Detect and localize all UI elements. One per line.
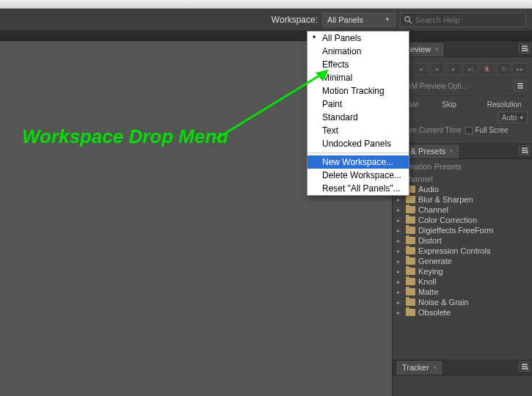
folder-icon xyxy=(406,309,415,316)
folder-icon xyxy=(406,298,415,306)
next-frame-button[interactable]: ▸ xyxy=(447,63,462,75)
search-help-input[interactable] xyxy=(415,15,522,24)
workspace-menu-action[interactable]: Reset "All Panels"... xyxy=(307,182,409,195)
preset-folder[interactable]: ▸Audio xyxy=(396,184,532,194)
close-icon[interactable]: × xyxy=(433,364,437,371)
mute-button[interactable]: 🔇 xyxy=(480,63,495,75)
preset-folder-label: Keying xyxy=(418,267,443,276)
preset-folder[interactable]: ▸Knoll xyxy=(396,276,532,287)
annotation-text: Workspace Drop Menu xyxy=(22,125,228,148)
folder-icon xyxy=(406,227,415,234)
tracker-tab-label: Tracker xyxy=(402,363,429,372)
preview-labels-row: e Rate Skip Resolution xyxy=(393,99,532,110)
preset-folder[interactable]: ▸Generate xyxy=(396,256,532,266)
effects-presets-panel-body: ▾ nimation Presets ▸ Channel ▸Audio▸Blur… xyxy=(393,159,532,359)
panel-menu-button[interactable] xyxy=(519,362,531,372)
resolution-label: Resolution xyxy=(487,100,528,109)
preset-folder-label: Noise & Grain xyxy=(418,298,468,307)
folder-icon xyxy=(406,196,415,203)
tracker-tab[interactable]: Tracker × xyxy=(396,360,443,375)
disclosure-triangle-icon: ▸ xyxy=(397,217,403,224)
disclosure-triangle-icon: ▸ xyxy=(397,248,403,254)
preset-folder-label: Audio xyxy=(418,185,439,194)
animation-presets-root[interactable]: ▾ nimation Presets xyxy=(393,159,532,174)
secondary-bar xyxy=(0,31,532,41)
ram-preview-options-row: +RAM Preview Opti… xyxy=(393,79,532,92)
transport-controls: |◂ ◂ ▸ ▸ ▸| 🔇 ↻ ▸▸ xyxy=(393,62,532,79)
preset-folder-label: Blur & Sharpen xyxy=(418,195,473,204)
play-button[interactable]: ▸ xyxy=(430,63,445,75)
preview-panel-header: Preview × xyxy=(393,41,532,57)
workspace-menu-item[interactable]: Animation xyxy=(307,45,409,58)
preset-folder[interactable]: ▸Channel xyxy=(396,205,532,215)
disclosure-triangle-icon: ▸ xyxy=(397,227,403,234)
top-toolbar: Workspace: All Panels ▼ xyxy=(0,9,532,31)
search-help-field[interactable] xyxy=(400,12,526,27)
workspace-menu-item[interactable]: Standard xyxy=(307,111,409,124)
preset-folder[interactable]: ▸Color Correction xyxy=(396,215,532,225)
preset-folder[interactable]: ▸Distort xyxy=(396,235,532,246)
preset-folder[interactable]: ▸ Channel xyxy=(393,174,532,184)
prev-frame-button[interactable]: ◂ xyxy=(414,63,429,75)
disclosure-triangle-icon: ▸ xyxy=(397,238,403,244)
preset-folder[interactable]: ▸Matte xyxy=(396,287,532,297)
preset-folder[interactable]: ▸Digieffects FreeForm xyxy=(396,225,532,235)
right-panel-column: Preview × |◂ ◂ ▸ ▸ ▸| 🔇 ↻ ▸▸ +RAM Previe… xyxy=(393,41,532,396)
disclosure-triangle-icon: ▸ xyxy=(397,309,403,316)
workspace-menu-item[interactable]: All Panels xyxy=(307,32,409,45)
folder-icon xyxy=(406,216,415,224)
close-icon[interactable]: × xyxy=(434,45,438,53)
close-icon[interactable]: × xyxy=(449,147,453,155)
preset-folder[interactable]: ▸Obsolete xyxy=(396,307,532,318)
full-screen-check[interactable]: Full Scree xyxy=(465,126,508,134)
resolution-dropdown[interactable]: Auto ▼ xyxy=(498,111,528,123)
preset-folder-label: Digieffects FreeForm xyxy=(418,226,494,235)
preset-folder-label: Generate xyxy=(418,257,452,265)
chevron-down-icon: ▼ xyxy=(385,16,390,23)
preview-checks-row: om Current Time Full Scree xyxy=(393,125,532,136)
disclosure-triangle-icon: ▸ xyxy=(397,289,403,296)
loop-button[interactable]: ↻ xyxy=(497,63,511,75)
workspace-dropdown[interactable]: All Panels ▼ xyxy=(322,12,396,27)
workspace-dropdown-menu: All PanelsAnimationEffectsMinimalMotion … xyxy=(307,31,409,196)
workspace-menu-item[interactable]: Effects xyxy=(307,58,409,71)
preset-folder-label: Expression Controls xyxy=(418,246,490,255)
disclosure-triangle-icon: ▸ xyxy=(397,279,403,285)
search-icon xyxy=(404,15,412,24)
workspace-selected-value: All Panels xyxy=(327,15,363,24)
panel-menu-button[interactable] xyxy=(519,145,531,155)
workspace-menu-item[interactable]: Motion Tracking xyxy=(307,84,409,98)
workspace-menu-item[interactable]: Paint xyxy=(307,98,409,111)
preset-folder[interactable]: ▸Blur & Sharpen xyxy=(396,194,532,205)
go-to-end-button[interactable]: ▸| xyxy=(464,63,478,75)
workspace-menu-item[interactable]: Minimal xyxy=(307,71,409,84)
menu-separator xyxy=(307,153,409,153)
effects-presets-panel-header: ts & Presets × xyxy=(393,143,532,159)
disclosure-triangle-icon: ▸ xyxy=(397,258,403,265)
preset-folder-label: Matte xyxy=(418,287,439,296)
preset-folder-label: Color Correction xyxy=(418,216,477,224)
annotation-overlay: Workspace Drop Menu xyxy=(22,125,228,148)
svg-line-1 xyxy=(409,21,412,23)
preset-folder[interactable]: ▸Keying xyxy=(396,266,532,276)
folder-icon xyxy=(406,278,415,285)
workspace-menu-item[interactable]: Undocked Panels xyxy=(307,137,409,150)
folder-icon xyxy=(406,268,415,275)
window-titlebar xyxy=(0,0,532,9)
folder-icon xyxy=(406,237,415,244)
preset-folder-label: Channel xyxy=(418,205,448,214)
ram-options-menu-button[interactable] xyxy=(514,81,526,91)
svg-point-0 xyxy=(405,16,410,21)
preset-folder-label: Obsolete xyxy=(418,308,451,317)
disclosure-triangle-icon: ▸ xyxy=(397,207,403,213)
folder-icon xyxy=(406,206,415,213)
workspace-menu-item[interactable]: Text xyxy=(307,124,409,137)
folder-icon xyxy=(406,257,415,265)
panel-menu-button[interactable] xyxy=(519,43,531,54)
workspace-menu-action[interactable]: New Workspace... xyxy=(307,155,409,169)
preset-folder[interactable]: ▸Noise & Grain xyxy=(396,297,532,307)
folder-icon xyxy=(406,288,415,296)
workspace-menu-action[interactable]: Delete Workspace... xyxy=(307,169,409,182)
ram-preview-button[interactable]: ▸▸ xyxy=(513,63,528,75)
preset-folder[interactable]: ▸Expression Controls xyxy=(396,246,532,256)
